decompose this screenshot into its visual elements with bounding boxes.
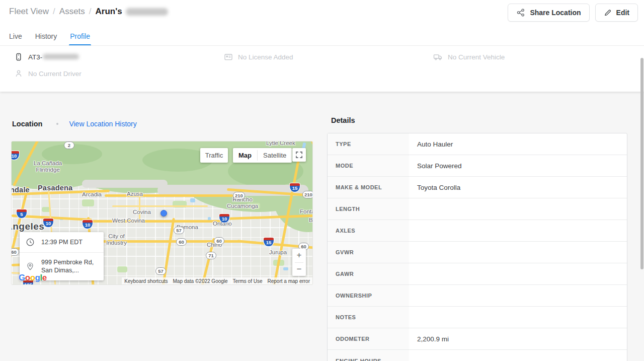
route-shield-71: 71 — [206, 252, 216, 259]
details-row: NOTES — [328, 307, 627, 328]
location-section-header: Location View Location History — [12, 120, 137, 128]
current-vehicle-item: No Current Vehicle — [433, 52, 505, 61]
location-address-text: 999 Pembroke Rd, San Dimas,... — [41, 258, 94, 275]
asset-name-prefix: Arun's — [96, 7, 122, 17]
route-shield-210: 210 — [302, 191, 313, 198]
map-place-label: Covina — [133, 209, 151, 215]
route-shield-15: 15 — [289, 183, 300, 192]
route-shield-57: 57 — [174, 227, 184, 234]
map-place-label: Angeles — [11, 221, 44, 232]
details-row-label: AXLES — [328, 220, 409, 241]
details-row-value — [409, 307, 627, 328]
gateway-serial-redacted — [43, 54, 79, 59]
map-place-label: City of Industry — [106, 233, 127, 246]
page-header: Fleet View / Assets / Arun's Share Locat… — [0, 0, 644, 92]
details-row-value: Toyota Corolla — [409, 177, 627, 198]
map-attribution-link[interactable]: Keyboard shortcuts — [122, 278, 170, 284]
map-place-label: La Cañada Flintridge — [34, 160, 62, 173]
details-row-label: ENGINE HOURS — [328, 350, 409, 361]
route-shield-15: 15 — [263, 237, 274, 247]
page-scrollbar[interactable] — [640, 0, 644, 361]
clock-icon — [26, 238, 35, 247]
details-row: MODE Solar Powered — [328, 155, 627, 177]
map-canvas[interactable]: Lytle CreekLa Cañada FlintridgendalePasa… — [11, 141, 313, 285]
details-row: GAWR — [328, 263, 627, 285]
details-row-value — [409, 350, 627, 361]
tab-history[interactable]: History — [35, 32, 57, 46]
zoom-in-button[interactable]: + — [292, 249, 306, 262]
details-row: TYPE Auto Hauler — [328, 133, 627, 155]
route-shield-5: 5 — [16, 209, 27, 219]
route-shield-10: 10 — [82, 220, 93, 229]
details-row-value — [409, 198, 627, 220]
details-row-label: GAWR — [328, 263, 409, 284]
scrollbar-thumb[interactable] — [640, 58, 643, 269]
route-shield-10: 10 — [11, 151, 20, 160]
header-actions: Share Location Edit — [508, 4, 638, 22]
details-row-label: NOTES — [328, 307, 409, 328]
details-row-label: MODE — [328, 155, 409, 176]
details-row-value: Auto Hauler — [409, 133, 627, 155]
map-attribution-link[interactable]: Terms of Use — [230, 278, 265, 284]
breadcrumb-separator: / — [89, 7, 92, 17]
edit-label: Edit — [616, 9, 629, 17]
fullscreen-button[interactable] — [292, 148, 306, 162]
map-type-map-button[interactable]: Map — [233, 148, 257, 163]
zoom-control: + − — [292, 249, 306, 276]
location-time-text: 12:39 PM EDT — [41, 238, 83, 246]
details-row-label: LENGTH — [328, 198, 409, 220]
details-table: TYPE Auto Hauler MODE Solar Powered MAKE… — [327, 133, 627, 361]
map-type-satellite-button[interactable]: Satellite — [258, 148, 292, 163]
license-card-icon — [224, 52, 233, 61]
gateway-device-icon — [14, 52, 23, 61]
google-logo[interactable]: Google — [19, 273, 47, 283]
details-row: LENGTH — [328, 198, 627, 220]
share-location-button[interactable]: Share Location — [508, 4, 589, 22]
asset-name-title: Arun's — [96, 7, 168, 17]
tab-live[interactable]: Live — [9, 32, 22, 46]
pencil-icon — [604, 9, 612, 17]
view-location-history-link[interactable]: View Location History — [69, 120, 136, 128]
details-title: Details — [331, 116, 355, 124]
details-row-label: GVWR — [328, 242, 409, 263]
traffic-button[interactable]: Traffic — [200, 148, 228, 163]
gateway-serial-item: AT3- — [14, 52, 79, 61]
location-time-row: 12:39 PM EDT — [20, 232, 104, 252]
license-text: No License Added — [238, 53, 293, 61]
tab-divider — [0, 45, 644, 46]
route-shield-57: 57 — [155, 267, 166, 275]
route-shield-2: 2 — [64, 141, 74, 149]
tab-profile[interactable]: Profile — [70, 32, 90, 46]
details-row-value — [409, 263, 627, 284]
asset-name-redacted — [126, 8, 168, 16]
breadcrumb-assets[interactable]: Assets — [59, 7, 85, 17]
share-icon — [516, 8, 525, 17]
route-shield-210: 210 — [233, 192, 245, 199]
location-title: Location — [12, 120, 42, 128]
route-shield-60: 60 — [214, 237, 224, 245]
details-row-value: Solar Powered — [409, 155, 627, 176]
map-place-label: Pasadena — [38, 184, 72, 192]
breadcrumb: Fleet View / Assets / Arun's — [9, 7, 168, 17]
map-attribution-link[interactable]: Map data ©2022 Google — [170, 278, 230, 284]
map-place-label: West Covina — [112, 218, 145, 224]
route-shield-10: 10 — [43, 218, 54, 228]
details-row-label: ODOMETER — [328, 328, 409, 349]
zoom-out-button[interactable]: − — [292, 263, 306, 276]
traffic-label: Traffic — [205, 152, 223, 159]
details-row-value — [409, 285, 627, 306]
asset-profile-page: Fleet View / Assets / Arun's Share Locat… — [0, 0, 644, 361]
details-row-label: TYPE — [328, 133, 409, 155]
driver-person-icon — [14, 69, 23, 78]
details-row-label: OWNERSHIP — [328, 285, 409, 306]
asset-location-marker[interactable] — [160, 210, 167, 216]
edit-button[interactable]: Edit — [595, 4, 638, 22]
gateway-serial-text: AT3- — [28, 53, 79, 61]
details-row: OWNERSHIP — [328, 285, 627, 307]
breadcrumb-fleet-view[interactable]: Fleet View — [9, 7, 49, 17]
breadcrumb-separator: / — [53, 7, 55, 17]
map-place-label: Arcadia — [82, 191, 102, 198]
vehicle-truck-icon — [433, 52, 443, 61]
details-row: GVWR — [328, 242, 627, 263]
map-attribution-link[interactable]: Report a map error — [265, 278, 312, 284]
